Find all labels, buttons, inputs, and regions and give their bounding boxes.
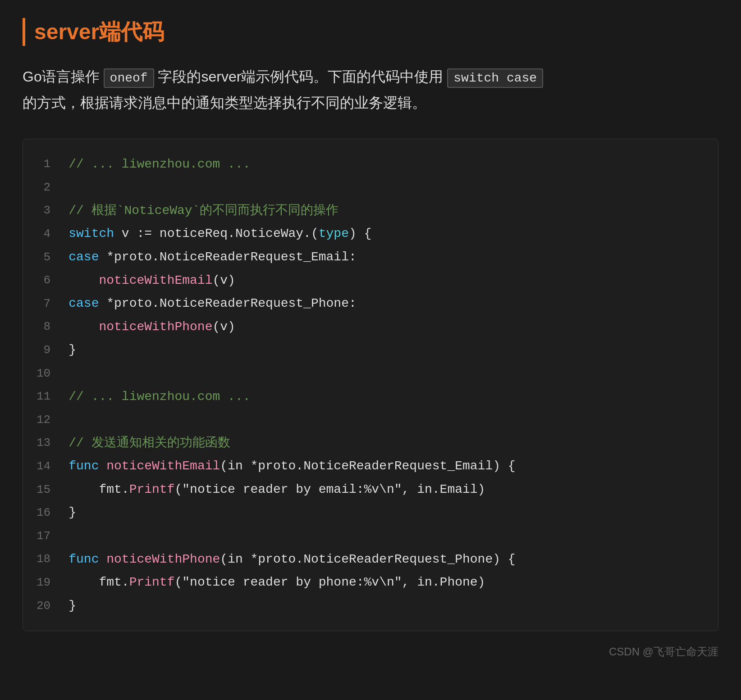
code-line: }	[59, 501, 718, 524]
switch-case-badge: switch case	[447, 68, 543, 88]
code-text: }	[69, 599, 76, 613]
table-row: 4 switch v := noticeReq.NoticeWay.(type)…	[23, 222, 718, 245]
line-number: 7	[23, 292, 59, 315]
keyword-switch: switch	[69, 227, 114, 241]
keyword-func: func	[69, 552, 99, 566]
table-row: 8 noticeWithPhone(v)	[23, 315, 718, 339]
code-text: v := noticeReq.NoticeWay.(	[114, 227, 319, 241]
line-number: 16	[23, 501, 59, 524]
keyword-case: case	[69, 296, 99, 310]
table-row: 13 // 发送通知相关的功能函数	[23, 432, 718, 455]
code-line: case *proto.NoticeReaderRequest_Email:	[59, 245, 718, 269]
line-number: 2	[23, 176, 59, 199]
line-number: 6	[23, 269, 59, 292]
code-text: *proto.NoticeReaderRequest_Phone:	[99, 296, 356, 310]
type-keyword: type	[319, 227, 349, 241]
code-block: 1 // ... liwenzhou.com ... 2 3 // 根据`Not…	[23, 139, 718, 632]
comment-text: // 发送通知相关的功能函数	[69, 436, 230, 450]
code-line	[59, 524, 718, 548]
table-row: 9 }	[23, 338, 718, 362]
line-number: 18	[23, 548, 59, 571]
comment-text: // ... liwenzhou.com ...	[69, 390, 250, 404]
table-row: 1 // ... liwenzhou.com ...	[23, 153, 718, 176]
table-row: 20 }	[23, 594, 718, 618]
code-text: ) {	[349, 227, 371, 241]
table-row: 18 func noticeWithPhone(in *proto.Notice…	[23, 548, 718, 571]
code-text: }	[69, 343, 76, 357]
function-name: noticeWithPhone	[106, 552, 220, 566]
keyword-func: func	[69, 459, 99, 473]
table-row: 7 case *proto.NoticeReaderRequest_Phone:	[23, 292, 718, 315]
line-number: 4	[23, 222, 59, 245]
line-number: 10	[23, 362, 59, 385]
code-line: switch v := noticeReq.NoticeWay.(type) {	[59, 222, 718, 245]
table-row: 6 noticeWithEmail(v)	[23, 269, 718, 292]
code-text: fmt.	[99, 482, 129, 496]
code-text: }	[69, 505, 76, 519]
line-number: 8	[23, 315, 59, 339]
line-number: 13	[23, 432, 59, 455]
code-line: fmt.Printf("notice reader by phone:%v\n"…	[59, 571, 718, 594]
line-number: 5	[23, 245, 59, 269]
code-line	[59, 408, 718, 432]
line-number: 20	[23, 594, 59, 618]
keyword-case: case	[69, 250, 99, 264]
line-number: 15	[23, 478, 59, 501]
table-row: 11 // ... liwenzhou.com ...	[23, 385, 718, 409]
code-text: ("notice reader by email:%v\n", in.Email…	[174, 482, 485, 496]
function-call: Printf	[129, 482, 175, 496]
line-number: 14	[23, 455, 59, 478]
page-title: server端代码	[23, 18, 718, 46]
function-call: noticeWithPhone	[99, 320, 212, 334]
code-line: // 发送通知相关的功能函数	[59, 432, 718, 455]
table-row: 2	[23, 176, 718, 199]
description-paragraph: Go语言操作 oneof 字段的server端示例代码。下面的代码中使用 swi…	[23, 64, 718, 116]
code-line: noticeWithPhone(v)	[59, 315, 718, 339]
line-number: 19	[23, 571, 59, 594]
code-line: // ... liwenzhou.com ...	[59, 385, 718, 409]
desc-suffix: 的方式，根据请求消息中的通知类型选择执行不同的业务逻辑。	[23, 95, 426, 111]
line-number: 17	[23, 524, 59, 548]
line-number: 3	[23, 199, 59, 223]
code-line: }	[59, 594, 718, 618]
line-number: 9	[23, 338, 59, 362]
code-text: (in *proto.NoticeReaderRequest_Phone) {	[220, 552, 515, 566]
code-line: noticeWithEmail(v)	[59, 269, 718, 292]
oneof-badge: oneof	[104, 68, 154, 88]
table-row: 3 // 根据`NoticeWay`的不同而执行不同的操作	[23, 199, 718, 223]
desc-prefix: Go语言操作	[23, 68, 100, 85]
function-call: noticeWithEmail	[99, 273, 212, 287]
code-table: 1 // ... liwenzhou.com ... 2 3 // 根据`Not…	[23, 153, 718, 618]
code-text: (in *proto.NoticeReaderRequest_Email) {	[220, 459, 515, 473]
table-row: 5 case *proto.NoticeReaderRequest_Email:	[23, 245, 718, 269]
table-row: 17	[23, 524, 718, 548]
comment-text: // 根据`NoticeWay`的不同而执行不同的操作	[69, 204, 338, 218]
footer: CSDN @飞哥亡命天涯	[23, 645, 718, 659]
code-line: }	[59, 338, 718, 362]
comment-text: // ... liwenzhou.com ...	[69, 157, 250, 171]
code-line: // 根据`NoticeWay`的不同而执行不同的操作	[59, 199, 718, 223]
table-row: 16 }	[23, 501, 718, 524]
line-number: 1	[23, 153, 59, 176]
table-row: 12	[23, 408, 718, 432]
table-row: 10	[23, 362, 718, 385]
code-line: func noticeWithPhone(in *proto.NoticeRea…	[59, 548, 718, 571]
code-line	[59, 176, 718, 199]
code-line: fmt.Printf("notice reader by email:%v\n"…	[59, 478, 718, 501]
line-number: 12	[23, 408, 59, 432]
code-line: func noticeWithEmail(in *proto.NoticeRea…	[59, 455, 718, 478]
code-text: (v)	[212, 273, 235, 287]
table-row: 14 func noticeWithEmail(in *proto.Notice…	[23, 455, 718, 478]
table-row: 19 fmt.Printf("notice reader by phone:%v…	[23, 571, 718, 594]
function-name: noticeWithEmail	[106, 459, 220, 473]
code-text: *proto.NoticeReaderRequest_Email:	[99, 250, 356, 264]
table-row: 15 fmt.Printf("notice reader by email:%v…	[23, 478, 718, 501]
code-text: (v)	[212, 320, 235, 334]
desc-middle: 字段的server端示例代码。下面的代码中使用	[158, 68, 443, 85]
code-line: case *proto.NoticeReaderRequest_Phone:	[59, 292, 718, 315]
code-text	[99, 552, 106, 566]
function-call: Printf	[129, 575, 175, 589]
code-line	[59, 362, 718, 385]
line-number: 11	[23, 385, 59, 409]
code-line: // ... liwenzhou.com ...	[59, 153, 718, 176]
